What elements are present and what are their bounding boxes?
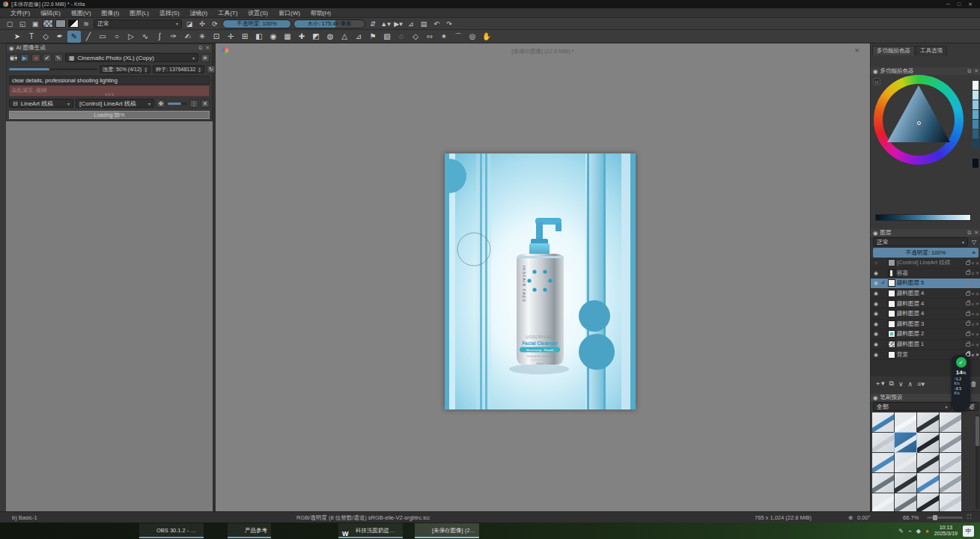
brush-preset[interactable] bbox=[940, 433, 961, 452]
menu-item[interactable]: 窗口(W) bbox=[274, 8, 305, 18]
link-layer-button[interactable]: ✥ bbox=[156, 100, 165, 108]
calligraphy-tool[interactable]: ✒ bbox=[53, 31, 67, 43]
visibility-eye-icon[interactable]: ◉ bbox=[872, 311, 880, 317]
visibility-eye-icon[interactable]: ◉ bbox=[872, 290, 880, 296]
layer-opacity-slider[interactable]: 不透明度: 100% ≡ bbox=[873, 248, 979, 258]
brush-preset[interactable] bbox=[872, 473, 894, 493]
measure-tool[interactable]: ⊿ bbox=[352, 31, 365, 43]
rectangle-tool[interactable]: ▭ bbox=[96, 31, 109, 43]
visibility-eye-icon[interactable]: ◉ bbox=[872, 280, 880, 286]
history-swatch[interactable] bbox=[973, 91, 979, 100]
brush-preset[interactable] bbox=[940, 412, 961, 432]
artwork-canvas[interactable]: HISFAIR FAES UOSCRIVAEL Facial Cleanser … bbox=[445, 153, 636, 409]
move-layer-down-button[interactable]: ∨ bbox=[898, 380, 904, 388]
qq-app-button[interactable] bbox=[305, 523, 326, 538]
duplicate-layer-button[interactable]: ⧉ bbox=[889, 380, 894, 388]
menu-item[interactable]: 滤镜(I) bbox=[186, 8, 213, 18]
lock-icon[interactable] bbox=[966, 312, 970, 316]
menu-item[interactable]: 设置(S) bbox=[243, 8, 273, 18]
alpha-lock-icon[interactable]: α bbox=[972, 332, 974, 336]
docker-tab[interactable]: 多功能拾色器 bbox=[872, 46, 915, 55]
photos-app-button[interactable] bbox=[117, 523, 138, 538]
brush-grid-scrollbar[interactable] bbox=[976, 415, 979, 509]
minimize-button[interactable]: ─ bbox=[946, 1, 950, 7]
edit-shapes-tool[interactable]: ◇ bbox=[39, 31, 52, 43]
颜料图层 4[interactable]: ◉ 颜料图层 4 α ✳ bbox=[871, 299, 980, 309]
brush-preset[interactable] bbox=[917, 493, 939, 513]
close-button[interactable]: ✕ bbox=[968, 1, 973, 7]
float-docker-icon[interactable]: ⧉ bbox=[198, 45, 202, 51]
visibility-eye-icon[interactable]: ◉ bbox=[872, 270, 880, 276]
pattern-swatch[interactable] bbox=[43, 19, 53, 28]
brush-preset[interactable] bbox=[872, 493, 894, 513]
docker-tab[interactable]: 工具选项 bbox=[916, 46, 947, 55]
alpha-lock-icon[interactable]: α bbox=[972, 342, 974, 347]
alpha-lock-icon[interactable]: α bbox=[972, 281, 974, 285]
fg-bg-color-swatch[interactable] bbox=[68, 19, 79, 28]
polyline-tool[interactable]: ∿ bbox=[139, 31, 152, 43]
stop-button[interactable]: ■ bbox=[31, 54, 40, 62]
shade-gradient-bar[interactable] bbox=[875, 214, 971, 221]
brush-preset[interactable] bbox=[917, 453, 939, 472]
similar-select-tool[interactable]: ✶ bbox=[437, 31, 451, 43]
enclose-fill-tool[interactable]: ◍ bbox=[323, 31, 337, 43]
visibility-eye-icon[interactable]: ◉ bbox=[872, 260, 880, 266]
reload-preset-button[interactable]: ⟳ bbox=[210, 19, 220, 28]
float-docker-icon[interactable]: ⧉ bbox=[967, 230, 971, 236]
close-docker-icon[interactable]: ✕ bbox=[205, 45, 210, 51]
ellipse-tool[interactable]: ○ bbox=[110, 31, 124, 43]
seed-spinbox[interactable]: 种子: 137648132▲▼ bbox=[153, 65, 204, 73]
brush-preset[interactable] bbox=[895, 493, 916, 513]
容器[interactable]: ◉ 容器 α ✳ bbox=[871, 269, 980, 279]
brush-preset[interactable] bbox=[872, 453, 894, 472]
yellow-app-button[interactable] bbox=[72, 523, 93, 538]
layer-properties-button[interactable]: ≡▾ bbox=[917, 380, 925, 388]
mirror-horizontal-button[interactable]: ▲▾ bbox=[380, 19, 391, 28]
freehand-path-tool[interactable]: ✑ bbox=[167, 31, 180, 43]
颜料图层 4[interactable]: ◉ 颜料图层 4 α ✳ bbox=[871, 309, 980, 320]
lock-icon[interactable] bbox=[966, 261, 970, 265]
menu-item[interactable]: 文件(F) bbox=[6, 8, 34, 18]
颜料图层 1[interactable]: ◉ 颜料图层 1 α ✳ bbox=[871, 340, 980, 350]
control-type-select[interactable]: ⊟ LineArt 线稿▾ bbox=[9, 99, 73, 108]
layer-filter-icon[interactable]: ▽ bbox=[970, 237, 979, 246]
prompt-input[interactable]: clear details, professional shooting lig… bbox=[9, 76, 210, 85]
move-layer-up-button[interactable]: ∧ bbox=[908, 380, 913, 388]
canvas-area[interactable]: [未保存图像] (22.6 MiB) * ✕ bbox=[216, 43, 870, 511]
color-history-strip[interactable] bbox=[973, 81, 979, 168]
brush-settings-icon[interactable]: ≋ bbox=[81, 19, 91, 28]
layer-props-icon[interactable]: ✳ bbox=[976, 261, 979, 266]
color-sampler-tool[interactable]: ◉ bbox=[267, 31, 280, 43]
float-docker-icon[interactable]: ⧉ bbox=[967, 68, 971, 74]
alpha-lock-icon[interactable]: α bbox=[972, 291, 974, 296]
alpha-lock-icon[interactable]: α bbox=[972, 353, 974, 357]
layer-props-icon[interactable]: ✳ bbox=[976, 342, 979, 347]
lock-icon[interactable] bbox=[966, 271, 970, 275]
brush-preset[interactable] bbox=[917, 412, 939, 432]
obs-app-button[interactable]: OBS 30.1.2 - 配置... bbox=[139, 523, 204, 538]
close-docker-icon[interactable]: ✕ bbox=[974, 230, 979, 236]
brush-preset[interactable] bbox=[872, 433, 894, 452]
open-file-button[interactable]: ◱ bbox=[17, 19, 28, 28]
delete-layer-button[interactable]: 🗑 bbox=[970, 380, 977, 388]
accept-button[interactable]: ✔ bbox=[43, 54, 52, 62]
settings-button[interactable]: ✳ bbox=[201, 54, 210, 62]
start-button[interactable] bbox=[4, 523, 25, 538]
brush-preset[interactable] bbox=[940, 453, 961, 472]
magnetic-select-tool[interactable]: ⌒ bbox=[451, 31, 465, 43]
opacity-slider[interactable]: 不透明度: 100% bbox=[222, 19, 291, 28]
taskbar-clock[interactable]: 10:132025/3/19 bbox=[934, 525, 958, 537]
eraser-mode-button[interactable]: ◪ bbox=[184, 19, 195, 28]
lock-icon[interactable] bbox=[966, 332, 970, 336]
multibrush-tool[interactable]: ✳ bbox=[195, 31, 209, 43]
brush-tag-filter-select[interactable]: 全部▾ bbox=[873, 402, 952, 411]
krita-window-button[interactable]: [未保存图像] (22... bbox=[415, 523, 479, 538]
layer-props-icon[interactable]: ✳ bbox=[976, 301, 979, 306]
tray-usb-icon[interactable]: ⌁ bbox=[908, 528, 912, 535]
edge-browser-button[interactable] bbox=[94, 523, 115, 538]
layer-props-icon[interactable]: ✳ bbox=[976, 270, 979, 275]
move-tool[interactable]: ✛ bbox=[224, 31, 237, 43]
blend-mode-select[interactable]: 正常▾ bbox=[94, 19, 182, 28]
smart-patch-tool[interactable]: ✚ bbox=[295, 31, 308, 43]
preserve-alpha-button[interactable]: ✣ bbox=[197, 19, 207, 28]
